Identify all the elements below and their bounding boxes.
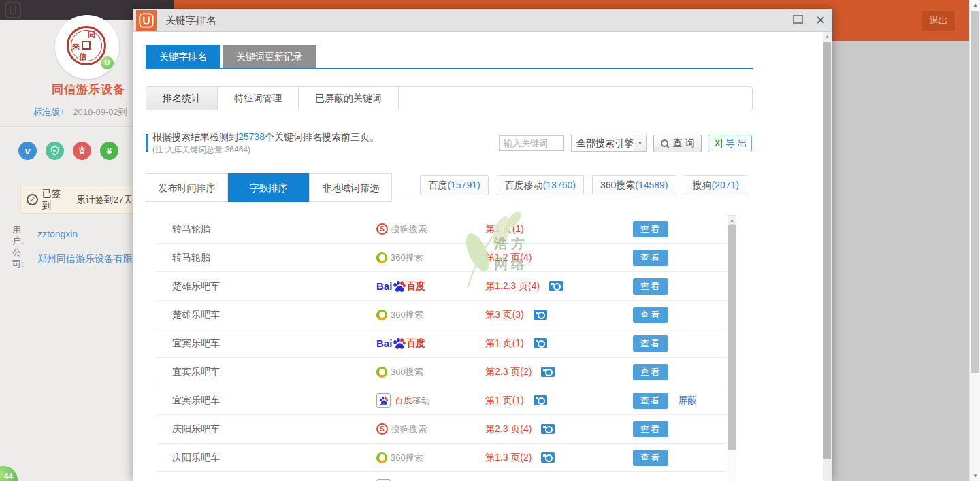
- browser-scrollbar-thumb[interactable]: [971, 11, 979, 373]
- table-scrollbar-thumb[interactable]: [728, 225, 736, 450]
- sogou-icon: S: [376, 423, 388, 435]
- 360-icon: [376, 310, 387, 320]
- tab-keyword-ranking[interactable]: 关键字排名: [146, 45, 220, 68]
- modal-scrollbar[interactable]: ▲: [823, 32, 832, 481]
- engine-count-baidu-mobile[interactable]: 百度移动(13760): [497, 175, 584, 195]
- camera-icon[interactable]: [541, 367, 555, 377]
- engine-label: 360搜索: [391, 309, 423, 321]
- plan-label-link[interactable]: 标准版+: [33, 107, 65, 117]
- engine-count-sogou[interactable]: 搜狗(2071): [685, 175, 747, 195]
- scroll-up-icon[interactable]: ▲: [823, 32, 832, 41]
- engine-count: (13760): [543, 180, 576, 190]
- scroll-up-icon[interactable]: ▲: [970, 0, 980, 10]
- keyword-cell: 庆阳乐吧车: [172, 444, 220, 471]
- avatar[interactable]: 同 来 信 U: [55, 15, 119, 79]
- engine-cell: Bai百度: [376, 329, 425, 357]
- engine-cell: [376, 472, 391, 481]
- exit-button[interactable]: 退出: [922, 11, 955, 31]
- plan-expiry: 2018-09-02到: [73, 107, 127, 117]
- tab-non-regional-filter[interactable]: 非地域词筛选: [310, 174, 391, 201]
- keyword-search-input[interactable]: [499, 135, 564, 151]
- query-button[interactable]: 查 询: [653, 135, 702, 152]
- camera-icon[interactable]: [534, 310, 547, 320]
- engine-label-baidu: 百度: [395, 395, 412, 407]
- modal-title: 关键字排名: [165, 9, 216, 31]
- medal-badge-icon[interactable]: [73, 142, 91, 160]
- tab-sort-by-word-count[interactable]: 字数排序: [228, 173, 310, 202]
- modal-backdrop: [832, 41, 970, 481]
- avatar-badge-icon: U: [100, 56, 114, 70]
- rank-cell: 第1 页(1): [485, 386, 547, 414]
- view-button[interactable]: 查看: [633, 393, 668, 409]
- view-button[interactable]: 查看: [633, 421, 668, 437]
- signin-card[interactable]: ✓ 已签到 累计签到27天: [20, 186, 133, 214]
- table-row: 宜宾乐吧车Bai百度第1 页(1)查看: [157, 329, 727, 358]
- 360-icon: [376, 452, 387, 463]
- modal-body: 关键字排名 关键词更新记录 排名统计 特征词管理 已屏蔽的关键词 根据搜索结果检…: [133, 32, 832, 481]
- tab-blocked-keywords[interactable]: 已屏蔽的关键词: [299, 87, 399, 110]
- engine-count: (14589): [635, 180, 668, 190]
- export-button[interactable]: X 导 出: [708, 135, 752, 152]
- table-row: 宜宾乐吧车360搜索第2.3 页(2)查看: [157, 358, 727, 386]
- engine-label: 搜狗搜索: [391, 423, 427, 435]
- signin-status: 已签到: [42, 188, 62, 212]
- scroll-down-icon[interactable]: ▼: [970, 471, 980, 481]
- engine-count-baidu[interactable]: 百度(15791): [420, 175, 488, 195]
- camera-icon[interactable]: [541, 452, 555, 463]
- engine-cell: S搜狗搜索: [376, 415, 427, 443]
- block-link[interactable]: 屏蔽: [678, 386, 697, 414]
- engine-name: 百度移动: [505, 180, 543, 190]
- baidu-paw-icon: [393, 280, 406, 293]
- camera-icon[interactable]: [534, 395, 547, 405]
- modal-scrollbar-thumb[interactable]: [823, 42, 831, 459]
- view-button[interactable]: 查看: [633, 450, 668, 466]
- keyword-cell: 楚雄乐吧车: [172, 272, 220, 300]
- keyword-cell: 宜宾乐吧车: [172, 358, 220, 386]
- engine-cell: S搜狗搜索: [376, 215, 427, 243]
- table-row: 庆阳乐吧车S搜狗搜索第2.3 页(4)查看: [157, 415, 727, 444]
- view-button[interactable]: 查看: [633, 278, 668, 295]
- camera-icon[interactable]: [549, 281, 563, 291]
- rank-cell: 第1.2 页(4): [485, 244, 532, 271]
- engine-label: 360搜索: [391, 452, 423, 464]
- tab-keyword-update-log[interactable]: 关键词更新记录: [223, 45, 316, 68]
- rank-cell: 第2.3 页(4): [485, 415, 555, 443]
- shield-badge-icon[interactable]: [46, 142, 64, 160]
- table-row: 楚雄乐吧车360搜索第3 页(3)查看: [157, 301, 727, 329]
- engine-select[interactable]: 全部搜索引擎 ▼: [571, 135, 647, 152]
- camera-icon[interactable]: [534, 338, 547, 348]
- rank-cell: 第1 页(1): [485, 329, 547, 357]
- keyword-cell: 转马轮胎: [172, 215, 210, 243]
- view-button[interactable]: 查看: [633, 307, 668, 323]
- money-badge-icon[interactable]: ¥: [100, 142, 118, 160]
- table-scrollbar[interactable]: ▲: [728, 215, 736, 481]
- close-icon[interactable]: ✕: [815, 12, 826, 29]
- tab-feature-words[interactable]: 特征词管理: [218, 87, 299, 110]
- company-link[interactable]: 郑州同信游乐设备有限公: [37, 253, 132, 265]
- maximize-button[interactable]: [793, 15, 804, 24]
- tab-sort-by-publish-time[interactable]: 发布时间排序: [146, 174, 228, 201]
- app-logo-icon: [136, 10, 157, 31]
- table-row: [157, 472, 727, 481]
- keyword-count: 25738: [238, 131, 265, 142]
- sogou-icon: S: [376, 223, 388, 235]
- user-label: 用户:: [12, 225, 31, 246]
- view-button[interactable]: 查看: [633, 250, 668, 266]
- username-link[interactable]: zztongxin: [37, 229, 78, 239]
- tab-ranking-stats[interactable]: 排名统计: [146, 87, 218, 110]
- keyword-cell: 转马轮胎: [172, 244, 210, 271]
- camera-icon[interactable]: [541, 424, 555, 434]
- browser-scrollbar[interactable]: ▲ ▼: [969, 0, 980, 481]
- company-label: 公司:: [12, 248, 31, 269]
- engine-name: 百度: [428, 180, 447, 190]
- engine-count-360[interactable]: 360搜索(14589): [592, 175, 676, 195]
- keyword-cell: 宜宾乐吧车: [172, 386, 220, 414]
- vip-badge-icon[interactable]: v: [18, 142, 37, 160]
- scroll-up-icon[interactable]: ▲: [728, 215, 736, 225]
- excel-icon: X: [713, 139, 722, 148]
- view-button[interactable]: 查看: [633, 221, 668, 237]
- summary-accent-bar: [146, 134, 148, 152]
- summary-note: (注:入库关键词总量:36464): [152, 144, 250, 156]
- view-button[interactable]: 查看: [633, 364, 668, 380]
- view-button[interactable]: 查看: [633, 335, 668, 352]
